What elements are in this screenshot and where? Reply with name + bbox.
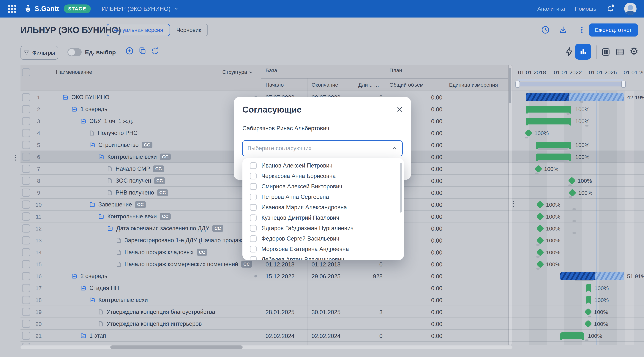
copy-icon[interactable]	[138, 46, 147, 55]
approver-option[interactable]: Петрова Анна Сергеевна	[242, 192, 404, 202]
option-checkbox[interactable]	[250, 173, 256, 180]
option-checkbox[interactable]	[250, 214, 256, 221]
gantt-progress-bar[interactable]	[526, 93, 624, 101]
row-tree-cell[interactable]: Начало продаж коммерческих помещенийСС	[116, 258, 252, 270]
cards-view-icon[interactable]	[601, 47, 610, 57]
tab-draft[interactable]: Черновик	[170, 24, 208, 36]
row-menu-icon[interactable]	[15, 155, 16, 160]
row-checkbox[interactable]	[22, 236, 30, 244]
row-checkbox[interactable]	[22, 93, 30, 101]
table-vscrollbar-thumb[interactable]	[509, 68, 511, 103]
approver-option[interactable]: Морозова Екатерина Андреевна	[242, 244, 404, 254]
row-tree-cell[interactable]: РНВ полученоСС	[107, 187, 168, 198]
gantt-range-slider[interactable]	[516, 82, 625, 86]
option-checkbox[interactable]	[250, 194, 256, 200]
row-tree-cell[interactable]: Утверждена концепция благоустройства	[98, 306, 215, 318]
history-clock-icon[interactable]	[541, 25, 550, 34]
range-handle-right[interactable]	[621, 81, 626, 88]
row-tree-cell[interactable]: Утверждена концепция интерьеров	[98, 318, 202, 330]
row-tree-cell[interactable]: Дата окончания заселения по ДДУСС	[107, 222, 223, 234]
row-tree-cell[interactable]: Контрольные вехи	[89, 294, 148, 306]
row-checkbox[interactable]	[22, 296, 30, 304]
single-select-toggle[interactable]	[68, 48, 82, 56]
table-view-icon[interactable]	[615, 47, 624, 57]
gantt-bar[interactable]	[536, 142, 571, 148]
row-tree-cell[interactable]: Получено РНС	[89, 127, 138, 139]
gantt-progress-bar[interactable]	[560, 272, 624, 280]
help-link[interactable]: Помощь	[575, 6, 596, 12]
add-task-icon[interactable]	[125, 46, 134, 55]
filters-button[interactable]: Фильтры	[20, 46, 58, 60]
row-checkbox[interactable]	[22, 117, 30, 125]
row-tree-cell[interactable]: 1 этап	[80, 330, 106, 342]
bell-icon[interactable]	[606, 4, 614, 13]
dropdown-scrollbar-thumb[interactable]	[400, 163, 402, 212]
row-checkbox[interactable]	[22, 224, 30, 232]
settings-gear-icon[interactable]: ⚙	[630, 46, 638, 56]
project-switcher[interactable]: ИЛЬНУР (ЭКО БУНИНО)	[102, 6, 179, 12]
gantt-bar[interactable]	[526, 106, 571, 112]
row-tree-cell[interactable]: 1 очередь	[71, 103, 107, 115]
row-checkbox[interactable]	[22, 141, 30, 149]
row-checkbox[interactable]	[22, 200, 30, 209]
approver-option[interactable]: Ядгаров Габдрахман Нургалиевич	[242, 223, 404, 234]
row-checkbox[interactable]	[22, 153, 30, 161]
weekly-report-button[interactable]: Еженед. отчет	[589, 24, 638, 36]
row-checkbox[interactable]	[22, 248, 30, 256]
lightning-icon[interactable]	[564, 47, 574, 56]
option-checkbox[interactable]	[250, 183, 256, 190]
gantt-view-button[interactable]	[575, 44, 591, 60]
row-tree-cell[interactable]: ЭКО БУНИНО	[62, 91, 110, 103]
row-tree-cell[interactable]: ЗавершениеСС	[89, 198, 146, 210]
row-tree-cell[interactable]: СтроительствоСС	[89, 139, 152, 151]
gantt-bar[interactable]	[536, 154, 571, 160]
splitter-handle[interactable]	[513, 201, 514, 207]
row-checkbox[interactable]	[22, 188, 30, 197]
row-tree-cell[interactable]: 2 очередь	[71, 270, 107, 282]
refresh-icon[interactable]	[151, 46, 160, 55]
option-checkbox[interactable]	[250, 256, 256, 260]
row-checkbox[interactable]	[22, 212, 30, 220]
structure-dropdown[interactable]: Структура	[214, 69, 247, 75]
option-checkbox[interactable]	[250, 204, 256, 211]
avatar[interactable]	[624, 2, 636, 15]
option-checkbox[interactable]	[250, 162, 256, 169]
row-checkbox[interactable]	[22, 320, 30, 328]
row-tree-cell[interactable]: Начало СМРСС	[107, 163, 164, 175]
row-tree-cell[interactable]: Контрольные вехиСС	[98, 210, 171, 222]
row-tree-cell[interactable]: ЭБУ_1 оч_1 ж.д.	[80, 115, 134, 127]
row-tree-cell[interactable]: Начало продаж кладовыхСС	[116, 246, 208, 258]
gantt-zoom-minitrack[interactable]	[518, 79, 624, 81]
download-icon[interactable]	[559, 25, 568, 34]
range-handle-left[interactable]	[516, 81, 520, 88]
row-tree-cell[interactable]: Зарегистрировано 1-е ДДУ (Начало продаж)	[116, 234, 244, 246]
gantt-bar[interactable]	[560, 332, 584, 339]
row-checkbox[interactable]	[22, 260, 30, 268]
approver-option[interactable]: Иванов Алексей Петрович	[242, 160, 404, 171]
approver-option[interactable]: Иванова Мария Александровна	[242, 202, 404, 212]
option-checkbox[interactable]	[250, 225, 256, 232]
select-all-checkbox[interactable]	[22, 68, 30, 76]
row-checkbox[interactable]	[22, 272, 30, 280]
row-checkbox[interactable]	[22, 129, 30, 137]
row-checkbox[interactable]	[22, 284, 30, 292]
analytics-link[interactable]: Аналитика	[538, 6, 565, 12]
tab-actual-version[interactable]: Актуальная версия	[106, 24, 170, 36]
row-checkbox[interactable]	[22, 177, 30, 185]
close-icon[interactable]	[396, 106, 403, 113]
table-hscrollbar-thumb[interactable]	[110, 346, 242, 349]
option-checkbox[interactable]	[250, 246, 256, 252]
approvers-select-input[interactable]: Выберите согласующих	[242, 140, 403, 156]
row-tree-cell[interactable]: Стадия ПП	[80, 282, 119, 294]
apps-grid-icon[interactable]	[8, 5, 16, 13]
approver-option[interactable]: Федоров Сергей Васильевич	[242, 234, 404, 244]
gantt-bar[interactable]	[526, 118, 571, 124]
row-checkbox[interactable]	[22, 165, 30, 173]
row-checkbox[interactable]	[22, 332, 30, 340]
option-checkbox[interactable]	[250, 235, 256, 242]
approver-option[interactable]: Лебедев Артем Владимирович	[242, 254, 404, 260]
approver-option[interactable]: Черкасова Анна Борисовна	[242, 171, 404, 181]
approver-option[interactable]: Смирнов Алексей Викторович	[242, 181, 404, 192]
approver-option[interactable]: Кузнецов Дмитрий Павлович	[242, 212, 404, 223]
row-checkbox[interactable]	[22, 308, 30, 316]
